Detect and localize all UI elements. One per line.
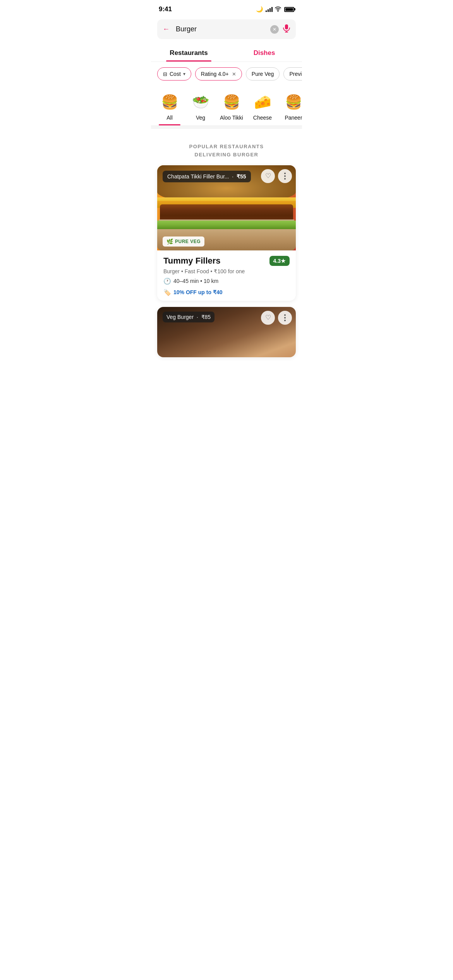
- wifi-icon: [275, 6, 281, 13]
- status-bar: 9:41 🌙: [151, 0, 302, 16]
- category-veg-image: 🥗: [188, 92, 213, 112]
- dot-5: [284, 317, 286, 319]
- battery-icon: [284, 7, 294, 12]
- tabs-container: Restaurants Dishes: [151, 44, 302, 62]
- dot-3: [284, 178, 286, 180]
- category-cheese-image: 🧀: [250, 92, 275, 112]
- delivery-info: 🕐 40–45 min • 10 km: [163, 278, 290, 285]
- card-actions: ♡: [261, 169, 292, 183]
- section-title: POPULAR RESTAURANTSDELIVERING BURGER: [157, 143, 296, 159]
- restaurant-card-info: Tummy Fillers 4.3★ Burger • Fast Food • …: [157, 250, 296, 301]
- heart-icon-2: ♡: [265, 314, 271, 322]
- more-options-button-2[interactable]: [278, 311, 292, 325]
- signal-bar-4: [271, 7, 273, 12]
- moon-icon: 🌙: [256, 6, 263, 13]
- search-input[interactable]: [176, 25, 266, 33]
- card-top-row: Tummy Fillers 4.3★: [163, 256, 290, 266]
- leaf-icon: 🌿: [166, 238, 173, 245]
- rating-badge: 4.3★: [269, 256, 290, 266]
- filter-cost[interactable]: ⊟ Cost ▾: [157, 67, 191, 81]
- dot-2: [284, 175, 286, 177]
- veggie-layer: [157, 221, 296, 229]
- more-options-button[interactable]: [278, 169, 292, 183]
- tab-dishes[interactable]: Dishes: [226, 44, 302, 62]
- signal-bar-1: [266, 10, 267, 12]
- category-paneer[interactable]: 🍔 Paneer: [278, 89, 302, 125]
- tab-restaurants[interactable]: Restaurants: [151, 44, 226, 62]
- filter-previously-ordered[interactable]: Previously O...: [283, 67, 302, 81]
- card-image: Chatpata Tikki Filler Bur... · ₹55 ♡ 🌿 P…: [157, 165, 296, 250]
- pure-veg-badge: 🌿 PURE VEG: [163, 236, 204, 247]
- svg-rect-0: [285, 24, 288, 29]
- heart-icon: ♡: [265, 172, 271, 180]
- popular-restaurants-header: POPULAR RESTAURANTSDELIVERING BURGER: [151, 132, 302, 165]
- clear-button[interactable]: ✕: [270, 25, 279, 34]
- status-icons: 🌙: [256, 6, 294, 13]
- card-2-actions: ♡: [261, 311, 292, 325]
- microphone-button[interactable]: [283, 24, 290, 34]
- dot-4: [284, 314, 286, 316]
- section-divider: [151, 126, 302, 129]
- clear-icon: ✕: [273, 27, 276, 32]
- signal-bar-3: [269, 8, 271, 12]
- category-aloo-tikki[interactable]: 🍔 Aloo Tikki: [216, 89, 247, 125]
- category-all-image: 🍔: [157, 92, 182, 112]
- dot-1: [284, 173, 286, 174]
- search-bar[interactable]: ← ✕: [157, 19, 296, 39]
- back-button[interactable]: ←: [163, 24, 172, 34]
- wishlist-button[interactable]: ♡: [261, 169, 275, 183]
- restaurant-card-tummy-fillers[interactable]: Chatpata Tikki Filler Bur... · ₹55 ♡ 🌿 P…: [157, 165, 296, 301]
- dish-name-label: Chatpata Tikki Filler Bur... · ₹55: [163, 171, 251, 182]
- categories-row: 🍔 All 🥗 Veg 🍔 Aloo Tikki 🧀 Cheese 🍔 Pane…: [151, 86, 302, 126]
- battery-fill: [285, 8, 293, 11]
- cost-chevron-icon: ▾: [183, 71, 185, 77]
- category-all[interactable]: 🍔 All: [154, 89, 185, 125]
- card-preview-image: Veg Burger · ₹85 ♡: [157, 307, 296, 357]
- signal-bar-2: [268, 9, 269, 12]
- category-aloo-tikki-image: 🍔: [219, 92, 244, 112]
- offer-row: 🏷️ 10% OFF up to ₹40: [163, 289, 290, 296]
- category-paneer-image: 🍔: [281, 92, 302, 112]
- filter-pure-veg[interactable]: Pure Veg: [246, 67, 280, 81]
- offer-icon: 🏷️: [163, 289, 171, 296]
- restaurant-name: Tummy Fillers: [163, 256, 221, 266]
- rating-close-icon[interactable]: ✕: [232, 71, 236, 77]
- filter-rating[interactable]: Rating 4.0+ ✕: [195, 67, 242, 81]
- restaurant-card-2-preview[interactable]: Veg Burger · ₹85 ♡: [157, 307, 296, 357]
- wishlist-button-2[interactable]: ♡: [261, 311, 275, 325]
- category-veg[interactable]: 🥗 Veg: [185, 89, 216, 125]
- preview-dish-label: Veg Burger · ₹85: [163, 312, 214, 322]
- clock-icon: 🕐: [163, 278, 171, 285]
- filter-icon: ⊟: [163, 71, 167, 77]
- signal-bars-icon: [266, 7, 273, 12]
- dot-6: [284, 320, 286, 321]
- category-cheese[interactable]: 🧀 Cheese: [247, 89, 278, 125]
- filters-row: ⊟ Cost ▾ Rating 4.0+ ✕ Pure Veg Previous…: [151, 62, 302, 86]
- cuisine-info: Burger • Fast Food • ₹100 for one: [163, 268, 290, 274]
- status-time: 9:41: [159, 5, 172, 13]
